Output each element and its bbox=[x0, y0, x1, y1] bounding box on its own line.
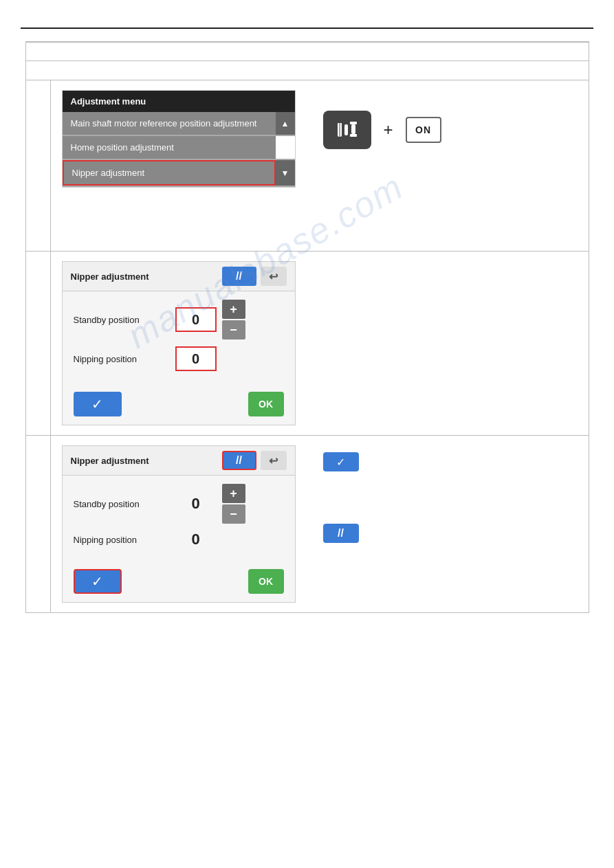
adjustment-menu-panel: Adjustment menu Main shaft motor referen… bbox=[62, 90, 296, 188]
nipper-panel-2: Nipper adjustment // ↩ bbox=[62, 445, 296, 603]
nipper-panel-2-footer: ✓ OK bbox=[63, 564, 295, 602]
page-container: manualsbase.com Adjustment menu Main sha… bbox=[0, 0, 614, 868]
row-3: Nipper adjustment // ↩ bbox=[26, 436, 589, 612]
row1-layout: Adjustment menu Main shaft motor referen… bbox=[62, 90, 578, 241]
nipping-row-2: Nipping position 0 bbox=[74, 531, 284, 548]
header-row-2 bbox=[26, 61, 589, 80]
menu-item-2-spacer bbox=[276, 136, 295, 159]
plus-btn-1[interactable]: + bbox=[222, 300, 245, 319]
row-2: Nipper adjustment // ↩ bbox=[26, 252, 589, 436]
nipper-panel-1-footer: ✓ OK bbox=[63, 386, 295, 425]
row3-layout: Nipper adjustment // ↩ bbox=[62, 445, 578, 603]
ok-btn-2[interactable]: OK bbox=[248, 569, 284, 594]
row-1-num bbox=[26, 80, 51, 251]
svg-rect-5 bbox=[351, 124, 355, 134]
menu-item-1-label: Main shaft motor reference position adju… bbox=[63, 112, 276, 135]
row-3-num bbox=[26, 436, 51, 612]
hash-label: // bbox=[338, 527, 344, 539]
menu-item-2-label: Home position adjustment bbox=[63, 136, 276, 159]
plus-minus-col-2: + − bbox=[222, 484, 245, 524]
top-divider bbox=[21, 27, 593, 29]
row-2-content: Nipper adjustment // ↩ bbox=[51, 252, 589, 435]
check-btn-2[interactable]: ✓ bbox=[74, 569, 122, 594]
menu-title-bar: Adjustment menu bbox=[63, 91, 295, 112]
scroll-up-btn[interactable]: ▲ bbox=[276, 112, 295, 135]
standby-row-2: Standby position 0 + − bbox=[74, 484, 284, 524]
menu-title: Adjustment menu bbox=[71, 96, 146, 107]
nipping-value-2: 0 bbox=[175, 531, 217, 548]
standby-row-1: Standby position 0 + − bbox=[74, 300, 284, 340]
back-icon-1: ↩ bbox=[269, 270, 278, 283]
nipping-label-2: Nipping position bbox=[74, 535, 170, 545]
nipper-panel-2-hash-btn[interactable]: // bbox=[222, 451, 256, 470]
back-icon-2: ↩ bbox=[269, 454, 278, 467]
small-hash-indicator[interactable]: // bbox=[323, 524, 359, 543]
svg-rect-6 bbox=[350, 134, 357, 137]
hash-symbol-1: // bbox=[236, 270, 242, 282]
plus-btn-2[interactable]: + bbox=[222, 484, 245, 503]
nipping-label-1: Nipping position bbox=[74, 354, 170, 364]
header-row-1 bbox=[26, 42, 589, 61]
nipper-panel-1: Nipper adjustment // ↩ bbox=[62, 261, 296, 425]
minus-btn-1[interactable]: − bbox=[222, 320, 245, 340]
icons-area: + ON bbox=[323, 111, 441, 149]
nipping-value-1: 0 bbox=[192, 351, 199, 367]
minus-btn-2[interactable]: − bbox=[222, 504, 245, 524]
nipper-panel-1-back-btn[interactable]: ↩ bbox=[261, 267, 287, 286]
plus-sign: + bbox=[384, 120, 393, 140]
nipping-value-box-1[interactable]: 0 bbox=[175, 346, 217, 371]
row-3-content: Nipper adjustment // ↩ bbox=[51, 436, 589, 612]
menu-item-1[interactable]: Main shaft motor reference position adju… bbox=[63, 112, 295, 136]
tool-icon-box bbox=[323, 111, 371, 149]
standby-label-1: Standby position bbox=[74, 315, 170, 325]
row3-right-indicators: ✓ // bbox=[323, 452, 359, 543]
row3-spacer bbox=[323, 484, 359, 511]
nipper-panel-1-titlebar: Nipper adjustment // ↩ bbox=[63, 262, 295, 291]
nipper-panel-1-body: Standby position 0 + − bbox=[63, 291, 295, 386]
scroll-down-btn[interactable]: ▼ bbox=[276, 160, 295, 186]
row-1-content: Adjustment menu Main shaft motor referen… bbox=[51, 80, 589, 251]
ok-btn-1[interactable]: OK bbox=[248, 392, 284, 416]
nipper-panel-2-title: Nipper adjustment bbox=[71, 456, 149, 466]
menu-item-3-label: Nipper adjustment bbox=[63, 160, 276, 186]
standby-value-2: 0 bbox=[175, 495, 217, 513]
nipper-panel-2-back-btn[interactable]: ↩ bbox=[261, 451, 287, 470]
svg-rect-4 bbox=[350, 122, 357, 124]
hash-symbol-2: // bbox=[236, 454, 242, 467]
menu-item-3[interactable]: Nipper adjustment ▼ bbox=[63, 160, 295, 187]
nipper-panel-2-body: Standby position 0 + − bbox=[63, 476, 295, 564]
standby-value-1: 0 bbox=[192, 312, 199, 328]
small-check-indicator[interactable]: ✓ bbox=[323, 452, 359, 471]
menu-item-2[interactable]: Home position adjustment bbox=[63, 136, 295, 160]
row-1: Adjustment menu Main shaft motor referen… bbox=[26, 80, 589, 252]
on-box: ON bbox=[406, 117, 441, 143]
nipper-panel-2-titlebar: Nipper adjustment // ↩ bbox=[63, 446, 295, 476]
plus-minus-col-1: + − bbox=[222, 300, 245, 340]
on-label: ON bbox=[415, 124, 431, 135]
check-btn-1[interactable]: ✓ bbox=[74, 392, 122, 416]
row-2-num bbox=[26, 252, 51, 435]
tool-icon bbox=[334, 118, 360, 142]
svg-rect-3 bbox=[344, 124, 348, 135]
standby-label-2: Standby position bbox=[74, 499, 170, 509]
standby-value-box-1[interactable]: 0 bbox=[175, 307, 217, 332]
nipping-row-1: Nipping position 0 bbox=[74, 346, 284, 371]
nipper-panel-1-title: Nipper adjustment bbox=[71, 271, 149, 282]
nipper-panel-1-hash-btn[interactable]: // bbox=[222, 267, 256, 286]
main-table: Adjustment menu Main shaft motor referen… bbox=[25, 41, 589, 613]
